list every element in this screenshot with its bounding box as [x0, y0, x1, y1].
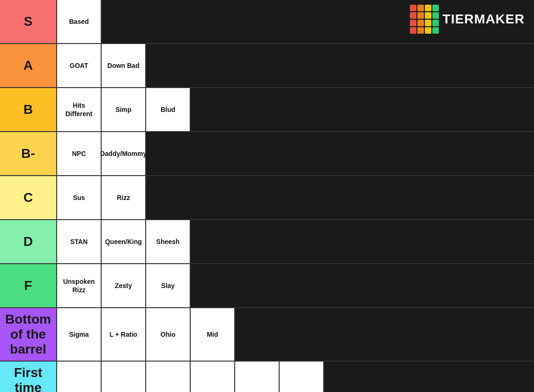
- tier-items-f: Unspoken RizzZestySlay: [57, 264, 534, 307]
- tier-item[interactable]: Sigma: [57, 308, 102, 361]
- logo-color-cell: [410, 12, 416, 19]
- logo-color-cell: [425, 12, 431, 19]
- tier-empty-space: [191, 220, 534, 263]
- logo-text: TiERMAKER: [443, 12, 525, 27]
- logo-color-cell: [417, 12, 424, 19]
- logo-color-cell: [425, 20, 431, 26]
- tier-items-b: Hits DifferentSimpBlud: [57, 88, 534, 131]
- tier-row-c: CSusRizz: [0, 176, 534, 220]
- tier-items-a: GOATDown Bad: [57, 44, 534, 87]
- tier-label-b: B: [0, 88, 57, 131]
- tier-empty-space: [324, 362, 534, 392]
- tier-item[interactable]: Ohio: [146, 308, 191, 361]
- tier-empty-space: [146, 176, 534, 219]
- tier-empty-space: [146, 44, 534, 87]
- tier-item[interactable]: Sheesh: [146, 220, 191, 263]
- tier-item[interactable]: Its Giving: [280, 362, 324, 392]
- tier-row-d: DSTANQueen/KingSheesh: [0, 220, 534, 264]
- logo-color-cell: [425, 5, 431, 11]
- logo-color-cell: [417, 27, 424, 34]
- tier-item[interactable]: L + Ratio: [102, 308, 146, 361]
- tier-item[interactable]: Simp: [102, 88, 146, 131]
- tier-label-c: C: [0, 176, 57, 219]
- tier-row-bottom: Bottom of the barrelSigmaL + RatioOhioMi…: [0, 308, 534, 362]
- tier-item[interactable]: Hits Different: [57, 88, 102, 131]
- tier-item[interactable]: Rizz: [102, 176, 146, 219]
- tier-label-b-minus: B-: [0, 132, 57, 175]
- tier-item[interactable]: STAN: [57, 220, 102, 263]
- tier-item[interactable]: GOAT: [57, 44, 102, 87]
- tier-item[interactable]: Daddy/Mommy: [102, 132, 146, 175]
- logo-color-cell: [432, 27, 439, 34]
- tier-item[interactable]: Down Bad: [102, 44, 146, 87]
- tier-empty-space: [235, 308, 534, 361]
- tier-item[interactable]: Gyat: [191, 362, 235, 392]
- tier-empty-space: [191, 88, 534, 131]
- logo-color-cell: [410, 27, 416, 34]
- tier-label-s: S: [0, 0, 57, 43]
- tier-item[interactable]: Unspoken Rizz: [57, 264, 102, 307]
- logo-color-cell: [425, 27, 431, 34]
- tier-item[interactable]: BFFR: [102, 362, 146, 392]
- tier-item[interactable]: Sus: [57, 176, 102, 219]
- tier-items-b-minus: NPCDaddy/Mommy: [57, 132, 534, 175]
- tiermaker-logo: TiERMAKER: [410, 5, 525, 34]
- tier-label-a: A: [0, 44, 57, 87]
- tier-table: SBasedAGOATDown BadBHits DifferentSimpBl…: [0, 0, 534, 392]
- tier-items-c: SusRizz: [57, 176, 534, 219]
- logo-grid-icon: [410, 5, 439, 34]
- tier-label-d: D: [0, 220, 57, 263]
- tier-item[interactable]: Blud: [146, 88, 191, 131]
- tier-item[interactable]: Mid: [191, 308, 235, 361]
- tier-item[interactable]: Slay: [146, 264, 191, 307]
- logo-color-cell: [432, 12, 439, 19]
- tier-row-b-minus: B-NPCDaddy/Mommy: [0, 132, 534, 176]
- logo-color-cell: [432, 5, 439, 11]
- tier-item[interactable]: Based: [57, 0, 102, 43]
- tier-label-f: F: [0, 264, 57, 307]
- tier-row-a: AGOATDown Bad: [0, 44, 534, 88]
- tier-items-bottom: SigmaL + RatioOhioMid: [57, 308, 534, 361]
- logo-color-cell: [432, 20, 439, 26]
- tier-label-first: First time i'm hearing it: [0, 362, 57, 392]
- tier-row-f: FUnspoken RizzZestySlay: [0, 264, 534, 308]
- tier-items-first: Bussin'BFFRPeriodtGyatAte/Left no crumbs…: [57, 362, 534, 392]
- tier-item[interactable]: Zesty: [102, 264, 146, 307]
- tier-row-first: First time i'm hearing itBussin'BFFRPeri…: [0, 362, 534, 392]
- logo-color-cell: [417, 5, 424, 11]
- tier-item[interactable]: Queen/King: [102, 220, 146, 263]
- tier-empty-space: [191, 264, 534, 307]
- tier-row-b: BHits DifferentSimpBlud: [0, 88, 534, 132]
- tier-empty-space: [146, 132, 534, 175]
- tier-item[interactable]: Ate/Left no crumbs: [235, 362, 280, 392]
- tier-item[interactable]: Bussin': [57, 362, 102, 392]
- logo-color-cell: [410, 20, 416, 26]
- tier-items-d: STANQueen/KingSheesh: [57, 220, 534, 263]
- logo-color-cell: [417, 20, 424, 26]
- tier-item[interactable]: Periodt: [146, 362, 191, 392]
- tier-label-bottom: Bottom of the barrel: [0, 308, 57, 361]
- tier-item[interactable]: NPC: [57, 132, 102, 175]
- logo-color-cell: [410, 5, 416, 11]
